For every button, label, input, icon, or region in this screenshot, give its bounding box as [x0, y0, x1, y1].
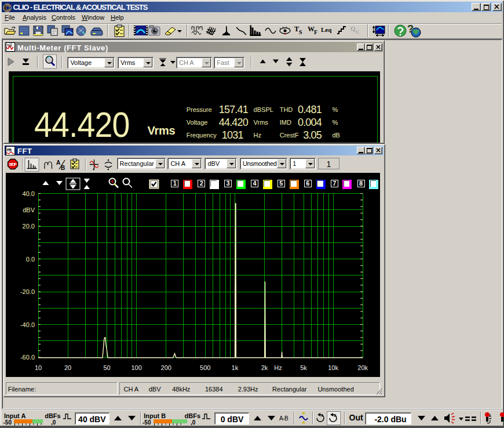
svg-text:S: S	[299, 29, 302, 35]
svg-text:A: A	[321, 414, 324, 418]
svg-text:Leq: Leq	[321, 26, 332, 33]
svg-text:C: C	[356, 29, 360, 35]
svg-text:STOP: STOP	[9, 162, 17, 166]
svg-text:F: F	[314, 29, 317, 35]
svg-text:C: C	[4, 2, 11, 12]
svg-text:B: B	[334, 414, 337, 418]
svg-text:B: B	[61, 165, 65, 171]
svg-text:A: A	[56, 159, 60, 166]
svg-text:T: T	[294, 25, 299, 33]
svg-text:Q: Q	[350, 25, 356, 32]
